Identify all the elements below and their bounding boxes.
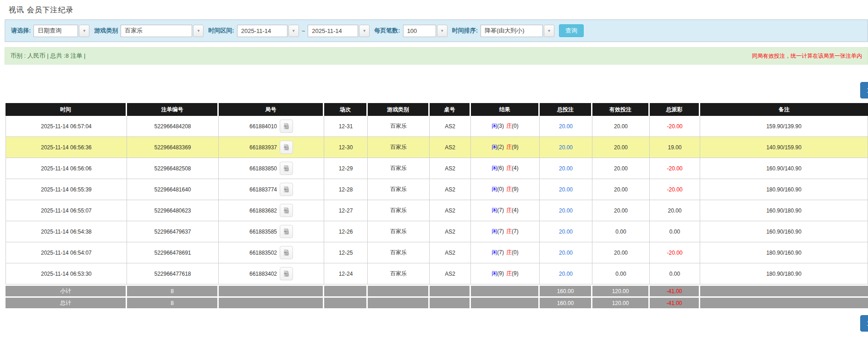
footer-empty-cell [324,284,368,296]
table-row[interactable]: 2025-11-14 06:54:38522966479637661883585… [6,221,868,242]
column-header: 局号 [219,103,324,116]
date-from-dropdown-button[interactable]: ▼ [288,25,299,37]
video-replay-button[interactable] [280,141,293,154]
query-type-combo: ▼ [33,25,89,37]
date-to-input[interactable] [308,25,358,37]
table-number-cell: AS2 [430,221,471,242]
video-replay-button[interactable] [280,120,293,133]
valid-bet-cell: 20.00 [592,158,650,179]
payout-cell: -20.00 [650,242,700,263]
remark-cell: 140.90/159.90 [700,137,868,158]
footer-count-cell: 8 [127,284,219,296]
query-type-input[interactable] [33,25,78,37]
player-score: (7) [497,249,504,256]
video-replay-button[interactable] [280,204,293,217]
video-replay-button[interactable] [280,183,293,196]
film-icon [282,185,290,193]
total-bet-link[interactable]: 20.00 [559,229,573,235]
session-cell: 12-24 [324,263,368,284]
remark-cell: 180.90/160.90 [700,179,868,200]
session-cell: 12-25 [324,242,368,263]
query-type-dropdown-button[interactable]: ▼ [79,25,89,37]
date-to-dropdown-button[interactable]: ▼ [359,25,370,37]
session-cell: 12-26 [324,221,368,242]
footer-payout-cell: -41.00 [650,296,700,308]
table-row[interactable]: 2025-11-14 06:57:04522966484208661884010… [6,116,868,137]
round-id-wrap: 661884010 [219,120,324,133]
page-size-input[interactable] [403,25,436,37]
total-bet-link[interactable]: 20.00 [559,123,573,130]
table-row[interactable]: 2025-11-14 06:56:36522966483369661883937… [6,137,868,158]
table-number-cell: AS2 [430,263,471,284]
footer-empty-cell [368,284,430,296]
footer-empty-cell [700,284,868,296]
banker-score: (9) [512,144,519,150]
pagination-page-button-bottom[interactable]: 1 [860,315,868,332]
table-body: 2025-11-14 06:57:04522966484208661884010… [6,116,868,284]
video-replay-button[interactable] [280,267,293,280]
table-number-cell: AS2 [430,158,471,179]
remark-cell: 160.90/140.90 [700,158,868,179]
valid-bet-cell: 20.00 [592,200,650,221]
table-number-cell: AS2 [430,137,471,158]
video-replay-button[interactable] [280,225,293,238]
player-score: (0) [497,186,504,192]
table-number-cell: AS2 [430,200,471,221]
table-row[interactable]: 2025-11-14 06:56:06522966482508661883850… [6,158,868,179]
table-row[interactable]: 2025-11-14 06:53:30522966477618661883402… [6,263,868,284]
footer-empty-cell [471,296,540,308]
game-category-combo: ▼ [121,25,204,37]
table-row[interactable]: 2025-11-14 06:54:07522966478691661883502… [6,242,868,263]
column-header: 注单编号 [127,103,219,116]
player-label: 闲 [492,165,497,171]
banker-label: 庄 [506,207,512,213]
game-category-dropdown-button[interactable]: ▼ [193,25,204,37]
banker-score: (0) [512,249,519,256]
game-category-cell: 百家乐 [368,221,430,242]
result-cell: 闲(6)庄(4) [471,158,540,179]
result-cell: 闲(3)庄(0) [471,116,540,137]
total-bet-link[interactable]: 20.00 [559,186,573,193]
video-replay-button[interactable] [280,162,293,175]
date-from-input[interactable] [237,25,287,37]
total-bet-cell: 20.00 [540,116,592,137]
search-button[interactable]: 查询 [559,24,584,37]
round-id-text: 661883937 [249,144,277,151]
table-row[interactable]: 2025-11-14 06:55:07522966480623661883682… [6,200,868,221]
valid-bet-cell: 20.00 [592,116,650,137]
round-id-text: 661883774 [249,186,277,193]
video-replay-button[interactable] [280,246,293,259]
round-id-wrap: 661883774 [219,183,324,196]
player-score: (7) [497,207,504,213]
footer-total-bet-cell: 160.00 [540,284,592,296]
time-sort-dropdown-button[interactable]: ▼ [544,25,554,37]
pagination-page-button-top[interactable]: 1 [860,82,868,98]
bet-id-cell: 522966484208 [127,116,219,137]
page-size-dropdown-button[interactable]: ▼ [437,25,448,37]
total-bet-link[interactable]: 20.00 [559,271,573,277]
total-bet-link[interactable]: 20.00 [559,144,573,151]
time-range-label: 时间区间: [208,27,234,35]
bet-id-cell: 522966480623 [127,200,219,221]
total-bet-link[interactable]: 20.00 [559,165,573,172]
total-bet-link[interactable]: 20.00 [559,207,573,214]
game-category-cell: 百家乐 [368,137,430,158]
game-category-input[interactable] [121,25,192,37]
player-label: 闲 [492,270,497,277]
game-category-cell: 百家乐 [368,158,430,179]
table-row[interactable]: 2025-11-14 06:55:39522966481640661883774… [6,179,868,200]
total-bet-link[interactable]: 20.00 [559,250,573,256]
time-sort-input[interactable] [481,25,543,37]
session-cell: 12-29 [324,158,368,179]
footer-empty-cell [219,284,324,296]
game-category-cell: 百家乐 [368,116,430,137]
bet-time-cell: 2025-11-14 06:54:07 [6,242,127,263]
valid-bet-cell: 0.00 [592,263,650,284]
bet-time-cell: 2025-11-14 06:55:07 [6,200,127,221]
round-id-wrap: 661883585 [219,225,324,238]
payout-cell: 19.00 [650,137,700,158]
film-icon [282,228,290,235]
round-id-wrap: 661883850 [219,162,324,175]
time-sort-combo: ▼ [481,25,554,37]
banker-label: 庄 [506,123,512,129]
